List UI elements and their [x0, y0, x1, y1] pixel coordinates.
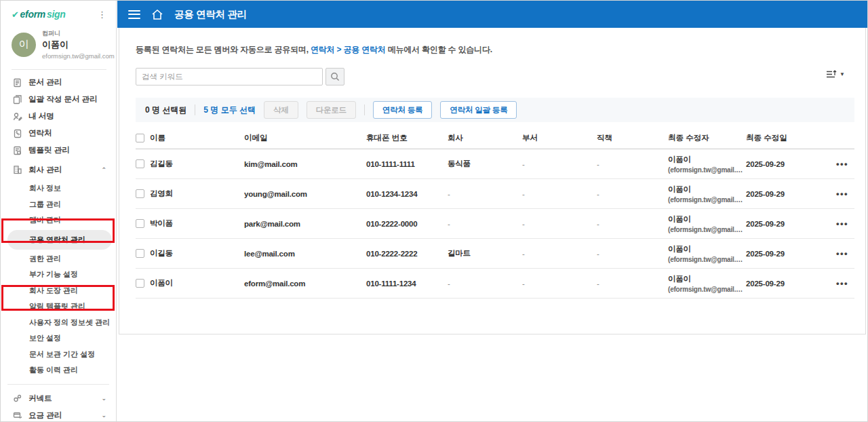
- cell-name: 박이폼: [150, 218, 173, 229]
- contacts-icon: [12, 128, 22, 138]
- submenu-item-company-seal[interactable]: 회사 도장 관리: [1, 283, 116, 299]
- sidebar-item-label: 템플릿 관리: [28, 145, 70, 155]
- sidebar-divider: [7, 384, 109, 385]
- table-row: 박이폼 park@mail.com 010-2222-0000 - - - 이폼…: [136, 209, 854, 239]
- cell-modifier-name: 이폼이: [668, 244, 746, 254]
- sidebar-item-label: 요금 관리: [28, 410, 62, 421]
- hamburger-menu-icon[interactable]: [128, 10, 140, 19]
- cell-modifier-email: (eformsign.tw@gmail.…: [668, 196, 746, 204]
- contacts-menu-link[interactable]: 연락처 > 공용 연락처: [311, 45, 386, 54]
- billing-icon: [12, 410, 22, 421]
- submenu-item-activity-history[interactable]: 활동 이력 관리: [1, 362, 116, 379]
- cell-company: -: [448, 190, 522, 198]
- connect-icon: [12, 394, 22, 404]
- sidebar-item-label: 일괄 작성 문서 관리: [28, 94, 98, 104]
- sidebar-nav: 문서 관리 일괄 작성 문서 관리 내 서명 연락처 템플릿 관리 회사 관리: [1, 70, 116, 422]
- cell-title: -: [597, 250, 668, 258]
- submenu-item-custom-infoset[interactable]: 사용자 정의 정보셋 관리: [1, 315, 116, 331]
- submenu-item-notification-templates[interactable]: 알림 템플릿 관리: [1, 299, 116, 315]
- column-header-company: 회사: [448, 133, 522, 143]
- row-actions-menu-icon[interactable]: •••: [829, 159, 856, 169]
- cell-email: kim@mail.com: [244, 160, 366, 168]
- profile-email: eformsign.tw@gmail.com: [42, 52, 115, 60]
- cell-modifier-email: (eformsign.tw@gmail.…: [668, 286, 746, 293]
- cell-department: -: [522, 250, 597, 258]
- sidebar-item-contacts[interactable]: 연락처: [1, 125, 116, 142]
- caret-down-icon: ▼: [840, 71, 845, 77]
- main-area: 공용 연락처 관리 등록된 연락처는 모든 멤버와 자동으로 공유되며, 연락처…: [117, 1, 867, 422]
- download-button[interactable]: 다운로드: [307, 101, 356, 119]
- page-description: 등록된 연락처는 모든 멤버와 자동으로 공유되며, 연락처 > 공용 연락처 …: [136, 44, 854, 56]
- submenu-item-company-info[interactable]: 회사 정보: [1, 180, 116, 197]
- submenu-item-group-management[interactable]: 그룹 관리: [1, 197, 116, 213]
- documents-icon: [12, 94, 22, 104]
- submenu-item-member-management[interactable]: 멤버 관리: [1, 212, 116, 229]
- sidebar: ✔eformsign ⋮ 이 컴퍼니 이폼이 eformsign.tw@gmai…: [1, 1, 117, 422]
- page-title: 공용 연락처 관리: [174, 8, 247, 21]
- document-icon: [12, 77, 22, 88]
- avatar: 이: [12, 33, 36, 57]
- selected-count: 0 명 선택됨: [145, 104, 186, 116]
- template-icon: [12, 145, 22, 155]
- cell-modifier-email: (eformsign.tw@gmail.…: [668, 256, 746, 263]
- sidebar-item-template-management[interactable]: 템플릿 관리: [1, 142, 116, 159]
- cell-name: 김길동: [150, 159, 173, 169]
- row-actions-menu-icon[interactable]: •••: [829, 278, 856, 288]
- submenu-item-security-settings[interactable]: 보안 설정: [1, 330, 116, 347]
- logo-leaf-icon: ✔: [12, 9, 19, 20]
- column-header-last-modified-date: 최종 수정일: [746, 133, 829, 143]
- table-row: 김길동 kim@mail.com 010-1111-1111 동식품 - - 이…: [136, 149, 854, 179]
- row-checkbox[interactable]: [136, 189, 144, 198]
- sidebar-item-label: 연락처: [28, 128, 52, 138]
- cell-title: -: [597, 280, 668, 288]
- row-actions-menu-icon[interactable]: •••: [829, 189, 856, 199]
- search-input[interactable]: [136, 68, 323, 85]
- register-contact-button[interactable]: 연락처 등록: [373, 101, 433, 119]
- sidebar-item-bulk-document-management[interactable]: 일괄 작성 문서 관리: [1, 91, 116, 108]
- select-all-checkbox[interactable]: [136, 134, 144, 142]
- description-text: 메뉴에서 확인할 수 있습니다.: [386, 45, 492, 54]
- cell-department: -: [522, 280, 597, 288]
- search-button[interactable]: [326, 68, 344, 85]
- sort-control[interactable]: ▼: [826, 69, 845, 79]
- signature-icon: [12, 111, 22, 121]
- cell-department: -: [522, 190, 597, 198]
- company-submenu: 회사 정보 그룹 관리 멤버 관리 공용 연락처 관리 권한 관리 부가 기능 …: [1, 180, 116, 379]
- submenu-item-retention-period[interactable]: 문서 보관 기간 설정: [1, 347, 116, 363]
- row-actions-menu-icon[interactable]: •••: [829, 218, 856, 229]
- row-checkbox[interactable]: [136, 159, 144, 168]
- sidebar-item-label: 내 서명: [28, 111, 54, 121]
- submenu-item-shared-contact-management[interactable]: 공용 연락처 관리: [7, 230, 112, 250]
- row-checkbox[interactable]: [136, 279, 144, 288]
- table-row: 이폼이 eform@mail.com 010-1111-1234 - - - 이…: [136, 269, 854, 299]
- kebab-menu-icon[interactable]: ⋮: [98, 10, 106, 19]
- profile-role: 컴퍼니: [42, 29, 115, 38]
- bulk-register-contact-button[interactable]: 연락처 일괄 등록: [440, 101, 517, 119]
- cell-email: young@mail.com: [244, 190, 366, 198]
- cell-modifier-email: (eformsign.tw@gmail.…: [668, 166, 746, 174]
- row-checkbox[interactable]: [136, 219, 144, 228]
- cell-date: 2025-09-29: [746, 160, 829, 168]
- delete-button[interactable]: 삭제: [264, 101, 298, 119]
- select-all-link[interactable]: 5 명 모두 선택: [203, 104, 256, 116]
- cell-company: -: [448, 220, 522, 228]
- submenu-item-additional-features[interactable]: 부가 기능 설정: [1, 267, 116, 283]
- sidebar-item-my-signature[interactable]: 내 서명: [1, 108, 116, 125]
- row-checkbox[interactable]: [136, 249, 144, 258]
- cell-date: 2025-09-29: [746, 190, 829, 198]
- table-header-row: 이름 이메일 휴대폰 번호 회사 부서 직책 최종 수정자 최종 수정일: [136, 128, 854, 149]
- submenu-item-permission-management[interactable]: 권한 관리: [1, 251, 116, 267]
- cell-phone: 010-1234-1234: [366, 190, 448, 198]
- home-icon[interactable]: [151, 9, 163, 20]
- sidebar-item-connect[interactable]: 커넥트 ⌄: [1, 390, 116, 407]
- row-actions-menu-icon[interactable]: •••: [829, 248, 856, 258]
- sidebar-item-billing[interactable]: 요금 관리 ⌄: [1, 407, 116, 422]
- cell-email: eform@mail.com: [244, 280, 366, 288]
- sidebar-item-company-management[interactable]: 회사 관리 ⌃: [1, 159, 116, 180]
- sidebar-item-label: 회사 관리: [28, 165, 62, 175]
- sidebar-item-document-management[interactable]: 문서 관리: [1, 74, 116, 91]
- column-header-last-modifier: 최종 수정자: [668, 133, 746, 143]
- cell-modifier-name: 이폼이: [668, 155, 746, 165]
- chevron-down-icon: ⌄: [101, 412, 106, 419]
- profile-block[interactable]: 이 컴퍼니 이폼이 eformsign.tw@gmail.com: [12, 29, 106, 70]
